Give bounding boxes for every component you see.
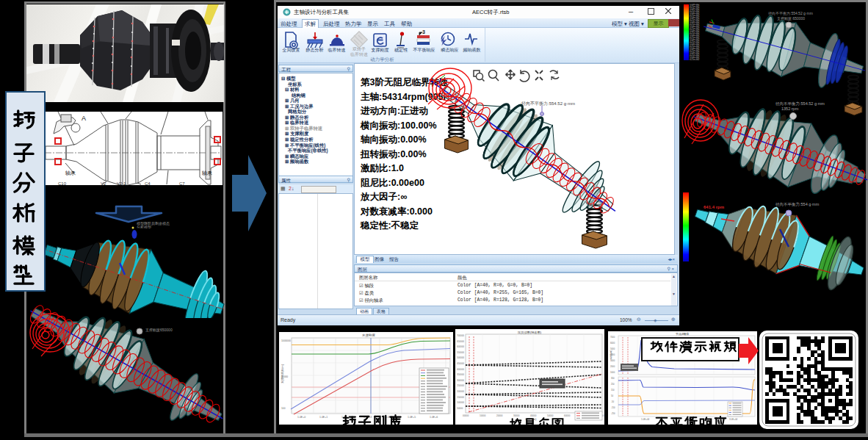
svg-text:C10: C10 xyxy=(58,181,67,185)
svg-text:V2: V2 xyxy=(101,181,106,185)
svg-text:C4: C4 xyxy=(145,181,151,185)
svg-text:C7: C7 xyxy=(179,181,185,185)
svg-text:641.4 rpm: 641.4 rpm xyxy=(704,205,724,209)
svg-text:径向不平衡力:554.52 g·mm: 径向不平衡力:554.52 g·mm xyxy=(775,101,825,107)
svg-text:支撑刚度650000: 支撑刚度650000 xyxy=(145,328,173,333)
svg-text:轴承: 轴承 xyxy=(201,170,212,176)
svg-text:轴承: 轴承 xyxy=(65,170,76,176)
svg-text:3: 3 xyxy=(422,29,425,35)
svg-text:支撑刚度:650000: 支撑刚度:650000 xyxy=(777,16,805,21)
svg-text:V2-1: V2-1 xyxy=(117,181,126,185)
svg-text:径向不平衡力:554.52 g·mm: 径向不平衡力:554.52 g·mm xyxy=(768,11,813,16)
svg-text:径向不平衡力:554 g·mm: 径向不平衡力:554 g·mm xyxy=(775,202,820,207)
svg-text:1352 rpm: 1352 rpm xyxy=(781,107,799,111)
svg-text:A: A xyxy=(82,115,86,122)
